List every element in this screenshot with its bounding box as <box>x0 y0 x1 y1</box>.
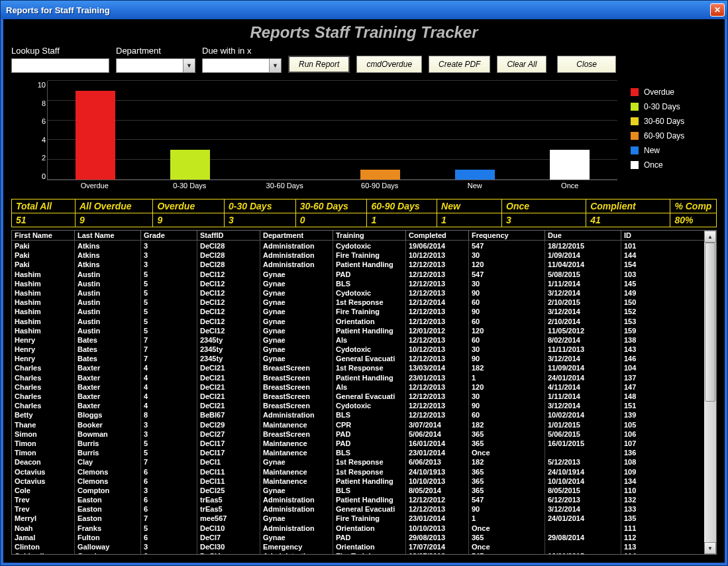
cell: 104 <box>621 363 661 372</box>
table-row[interactable]: JamalFulton6DeCl7GynaePAD29/08/201336529… <box>12 532 704 541</box>
table-row[interactable]: OctaviusClemons6DeCl11Maintanence1st Res… <box>12 467 704 476</box>
table-row[interactable]: HashimAustin5DeCl12Gynae1st Response12/1… <box>12 297 704 306</box>
table-row[interactable]: PakiAtkins3DeCl28AdministrationFire Trai… <box>12 250 704 259</box>
table-row[interactable]: TrevEaston6trEas5AdministrationPatient H… <box>12 494 704 504</box>
table-row[interactable]: HashimAustin5DeCl12GynaePatient Handling… <box>12 325 704 335</box>
cell: 90 <box>469 400 545 410</box>
table-row[interactable]: CharlesBaxter4DeCl21BreastScreenPatient … <box>12 372 704 382</box>
bar-slot <box>48 81 142 180</box>
cell: Deacon <box>12 457 75 466</box>
cell: Maintanence <box>260 476 333 485</box>
table-row[interactable]: CaldwellGoodman6DeCl4AdministrationFire … <box>12 551 704 554</box>
table-row[interactable]: CharlesBaxter4DeCl21BreastScreenCydotoxi… <box>12 400 704 410</box>
column-header[interactable]: Frequency <box>469 231 545 240</box>
cell: 12/12/2013 <box>406 278 469 288</box>
table-row[interactable]: CharlesBaxter4DeCl21BreastScreenAls12/12… <box>12 382 704 391</box>
table-row[interactable]: PakiAtkins3DeCl28AdministrationPatient H… <box>12 259 704 268</box>
table-row[interactable]: ColeCompton3DeCl25GynaeBLS8/05/20143658/… <box>12 485 704 494</box>
cell: DeCl21 <box>197 372 260 382</box>
cell: 4 <box>141 391 197 400</box>
table-row[interactable]: HashimAustin5DeCl12GynaeFire Training12/… <box>12 306 704 315</box>
y-tick: 0 <box>27 172 46 180</box>
table-row[interactable]: HenryBates72345tyGynaeAls12/12/2013608/0… <box>12 335 704 344</box>
cell: 17/07/2014 <box>406 541 469 551</box>
cell: Charles <box>12 372 75 382</box>
column-header[interactable]: StaffID <box>197 231 260 240</box>
table-row[interactable]: HashimAustin5DeCl12GynaeOrientation12/12… <box>12 316 704 325</box>
table-row[interactable]: TrevEaston6trEas5AdministrationGeneral E… <box>12 504 704 513</box>
column-header[interactable]: Grade <box>141 231 197 240</box>
create-pdf-button[interactable]: Create PDF <box>429 56 490 73</box>
cell: 365 <box>469 429 545 438</box>
table-row[interactable]: ThaneBooker3DeCl29MaintanenceCPR3/07/201… <box>12 420 704 429</box>
bar-slot <box>333 81 427 180</box>
cell: Burris <box>75 447 141 457</box>
column-header[interactable]: ID <box>621 231 661 240</box>
vertical-scrollbar[interactable]: ▲ ▼ <box>704 231 716 554</box>
table-row[interactable]: MerrylEaston7mee567GynaeFire Training23/… <box>12 513 704 522</box>
cell: Fire Training <box>333 551 406 554</box>
cell: 152 <box>621 306 661 315</box>
cell: DeCl17 <box>197 438 260 447</box>
cell: Maintanence <box>260 467 333 476</box>
run-report-button[interactable]: Run Report <box>288 56 350 73</box>
column-header[interactable]: Completed <box>406 231 469 240</box>
table-row[interactable]: ClintonGalloway3DeCl30EmergencyOrientati… <box>12 541 704 551</box>
due-select[interactable] <box>202 58 282 73</box>
cell: 12/12/2013 <box>406 353 469 363</box>
table-row[interactable]: OctaviusClemons6DeCl11MaintanencePatient… <box>12 476 704 485</box>
column-header[interactable]: First Name <box>12 231 75 240</box>
legend-swatch-icon <box>631 161 639 169</box>
cell: DeCl12 <box>197 297 260 306</box>
column-header[interactable]: Training <box>333 231 406 240</box>
table-row[interactable]: HashimAustin5DeCl12GynaePAD12/12/2013547… <box>12 269 704 278</box>
cell: Administration <box>260 259 333 268</box>
cell: 6 <box>141 476 197 485</box>
table-row[interactable]: HashimAustin5DeCl12GynaeCydotoxic12/12/2… <box>12 288 704 297</box>
scroll-down-icon[interactable]: ▼ <box>704 542 716 554</box>
cmd-overdue-button[interactable]: cmdOverdue <box>356 56 422 73</box>
cell: Administration <box>260 523 333 532</box>
table-row[interactable]: HenryBates72345tyGynaeCydotoxic10/12/201… <box>12 344 704 353</box>
table-row[interactable]: CharlesBaxter4DeCl21BreastScreen1st Resp… <box>12 363 704 372</box>
chart-plot: 1086420 Overdue0-30 Days30-60 Days60-90 … <box>27 81 617 194</box>
table-row[interactable]: TimonBurris5DeCl17MaintanenceBLS23/01/20… <box>12 447 704 457</box>
table-row[interactable]: HenryBates72345tyGynaeGeneral Evacuati12… <box>12 353 704 363</box>
department-select[interactable] <box>116 58 195 73</box>
table-row[interactable]: NoahFranks5DeCl10AdministrationOrientati… <box>12 523 704 532</box>
scroll-thumb[interactable] <box>705 243 715 402</box>
cell: Orientation <box>333 523 406 532</box>
column-header[interactable]: Department <box>260 231 333 240</box>
close-icon[interactable]: ✕ <box>710 3 725 17</box>
cell: Als <box>333 382 406 391</box>
table-row[interactable]: CharlesBaxter4DeCl21BreastScreenGeneral … <box>12 391 704 400</box>
column-header[interactable]: Last Name <box>75 231 141 240</box>
summary-value: 9 <box>153 213 225 227</box>
lookup-label: Lookup Staff <box>11 46 109 56</box>
cell: Compton <box>75 485 141 494</box>
cell: 60 <box>469 410 545 419</box>
scroll-track[interactable] <box>704 243 716 542</box>
table-row[interactable]: DeaconClay7DeCl1Gynae1st Response6/06/20… <box>12 457 704 466</box>
close-button[interactable]: Close <box>557 56 616 73</box>
table-row[interactable]: TimonBurris5DeCl17MaintanencePAD16/01/20… <box>12 438 704 447</box>
cell <box>545 447 621 457</box>
cell: 1/11/2014 <box>545 278 621 288</box>
lookup-input[interactable] <box>11 58 109 73</box>
cell: 12/12/2013 <box>406 382 469 391</box>
cell: Fulton <box>75 532 141 541</box>
table-row[interactable]: SimonBowman3DeCl27BreastScreenPAD5/06/20… <box>12 429 704 438</box>
table-row[interactable]: HashimAustin5DeCl12GynaeBLS12/12/2013301… <box>12 278 704 288</box>
scroll-up-icon[interactable]: ▲ <box>704 231 716 243</box>
column-header[interactable]: Due <box>545 231 621 240</box>
cell: BLS <box>333 278 406 288</box>
cell: Orientation <box>333 541 406 551</box>
cell: 12/12/2013 <box>406 410 469 419</box>
clear-all-button[interactable]: Clear All <box>497 56 546 73</box>
table-row[interactable]: PakiAtkins3DeCl28AdministrationCydotoxic… <box>12 241 704 250</box>
cell: Henry <box>12 344 75 353</box>
table-row[interactable]: BettyBloggs8BeBl67AdministrationBLS12/12… <box>12 410 704 419</box>
x-tick: 0-30 Days <box>142 182 238 194</box>
department-field-group: Department ▼ <box>116 46 195 73</box>
cell: trEas5 <box>197 504 260 513</box>
